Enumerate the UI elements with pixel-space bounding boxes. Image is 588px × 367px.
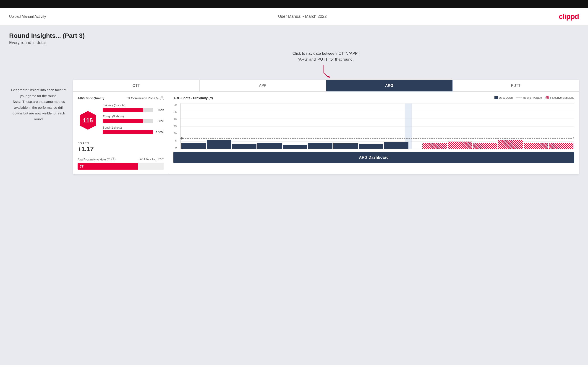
fairway-bar-container: 80%	[103, 108, 164, 112]
bar-group-9	[384, 103, 408, 149]
bar-group-6	[308, 103, 332, 149]
bar-14	[524, 143, 548, 149]
bar-group-5	[283, 103, 307, 149]
chart-container: 30 25 20 15 10 5 0	[180, 103, 574, 149]
bar-group-11	[448, 103, 472, 149]
sand-label: Sand (1 shots)	[103, 126, 164, 129]
tab-ott[interactable]: OTT	[73, 80, 200, 92]
proximity-cursor	[138, 163, 138, 170]
bar-group-8	[359, 103, 383, 149]
bars-container	[182, 103, 573, 149]
bar-group-3	[232, 103, 257, 149]
bar-group-1	[182, 103, 206, 149]
fairway-bar-fill	[103, 108, 143, 112]
sand-pct: 100%	[155, 130, 164, 134]
arg-dashboard-button[interactable]: ARG Dashboard	[173, 152, 574, 163]
hex-score: 115	[78, 110, 98, 131]
legend-conversion-zone-label: 6 ft conversion zone	[550, 96, 574, 99]
proximity-help-icon[interactable]: ?	[111, 157, 115, 161]
bar-1	[182, 143, 206, 149]
bar-13	[498, 140, 523, 149]
sand-bar-container: 100%	[103, 130, 164, 134]
bar-2	[207, 140, 231, 149]
section-header: ARG Shot Quality 6ft Conversion Zone % ?	[78, 96, 164, 100]
y-label-20: 20	[174, 118, 177, 121]
annotation-container: Click to navigate between 'OTT', 'APP','…	[73, 50, 579, 78]
proximity-value: 77'	[80, 165, 84, 168]
bar-3	[232, 144, 257, 149]
up-down-icon	[494, 96, 498, 99]
bar-8	[359, 144, 383, 149]
center-area: Click to navigate between 'OTT', 'APP','…	[73, 50, 579, 174]
y-label-10: 10	[174, 132, 177, 135]
bar-9	[384, 142, 408, 149]
y-label-5: 5	[174, 139, 177, 142]
rough-bar-container: 80%	[103, 119, 164, 123]
insight-text: Get greater insight into each facet of y…	[9, 87, 69, 122]
bar-12	[473, 143, 497, 149]
shot-bars: Fairway (5 shots) 80% Rou	[103, 103, 164, 137]
annotation-arrow	[319, 64, 333, 78]
bar-7	[333, 143, 358, 149]
shot-row-fairway: Fairway (5 shots) 80%	[103, 103, 164, 112]
y-label-0: 0	[174, 146, 177, 149]
fairway-label: Fairway (5 shots)	[103, 103, 164, 107]
sg-value: +1.17	[78, 145, 164, 153]
proximity-bar-bg: 77'	[78, 163, 164, 170]
proximity-label: Avg Proximity to Hole (ft)	[78, 158, 111, 161]
footer: Copyright Clippd 2021	[0, 365, 588, 367]
arg-shot-quality-label: ARG Shot Quality	[78, 96, 104, 100]
bar-group-10	[422, 103, 447, 149]
rough-pct: 80%	[155, 119, 164, 123]
legend-round-avg-label: Round Average	[523, 96, 542, 99]
bar-10	[422, 143, 447, 149]
page-subtitle: Every round in detail	[9, 40, 579, 45]
hex-score-area: 115 Fairway (5 shots)	[78, 103, 164, 137]
page-title: Round Insights... (Part 3)	[9, 32, 579, 39]
tab-app[interactable]: APP	[200, 80, 326, 92]
hex-number: 115	[83, 117, 93, 124]
svg-marker-2	[327, 75, 330, 78]
shot-row-rough: Rough (5 shots) 80%	[103, 115, 164, 123]
top-bar	[0, 0, 588, 8]
chart-area: 8	[180, 103, 574, 149]
chart-title: ARG Shots - Proximity (ft)	[173, 96, 213, 100]
document-title: User Manual - March 2022	[278, 14, 327, 19]
bar-group-7	[333, 103, 358, 149]
sand-bar-fill	[103, 130, 153, 134]
sg-label: SG ARG	[78, 142, 164, 145]
tab-arg[interactable]: ARG	[326, 80, 453, 92]
card-body: ARG Shot Quality 6ft Conversion Zone % ?	[73, 92, 579, 174]
y-axis: 30 25 20 15 10 5 0	[174, 103, 177, 149]
right-panel: ARG Shots - Proximity (ft) Up & Down Rou…	[169, 92, 579, 174]
bar-group-13	[498, 103, 523, 149]
legend-conversion-zone: 6 ft conversion zone	[545, 96, 574, 99]
conversion-zone-label: 6ft Conversion Zone %	[127, 96, 159, 100]
annotation-text: Click to navigate between 'OTT', 'APP','…	[73, 50, 579, 62]
proximity-section: Avg Proximity to Hole (ft) ? ↑ PGA Tour …	[78, 157, 164, 170]
help-icon[interactable]: ?	[160, 96, 164, 100]
fairway-pct: 80%	[155, 108, 164, 112]
rough-label: Rough (5 shots)	[103, 115, 164, 118]
logo: clippd	[559, 12, 579, 21]
tab-putt[interactable]: PUTT	[453, 80, 579, 92]
legend-up-down-label: Up & Down	[499, 96, 513, 99]
legend-round-avg: Round Average	[516, 96, 542, 99]
sand-bar-bg	[103, 130, 153, 134]
bar-group-12	[473, 103, 497, 149]
pga-label: ↑ PGA Tour Avg: 7'10"	[137, 158, 164, 161]
y-label-15: 15	[174, 125, 177, 128]
proximity-header: Avg Proximity to Hole (ft) ? ↑ PGA Tour …	[78, 157, 164, 161]
note-label: Note:	[13, 100, 21, 103]
shot-row-sand: Sand (1 shots) 100%	[103, 126, 164, 134]
bar-5	[283, 145, 307, 149]
main-card: OTT APP ARG PUTT ARG Shot Quality 6ft Co…	[73, 80, 579, 174]
chart-legend: Up & Down Round Average 6 ft conversion …	[494, 96, 574, 99]
left-sidebar: Get greater insight into each facet of y…	[9, 50, 69, 122]
fairway-bar-bg	[103, 108, 153, 112]
bar-4	[257, 143, 282, 149]
bar-group-2	[207, 103, 231, 149]
header: Upload Manual Activity User Manual - Mar…	[0, 8, 588, 25]
round-avg-icon	[516, 98, 522, 98]
y-label-30: 30	[174, 103, 177, 106]
